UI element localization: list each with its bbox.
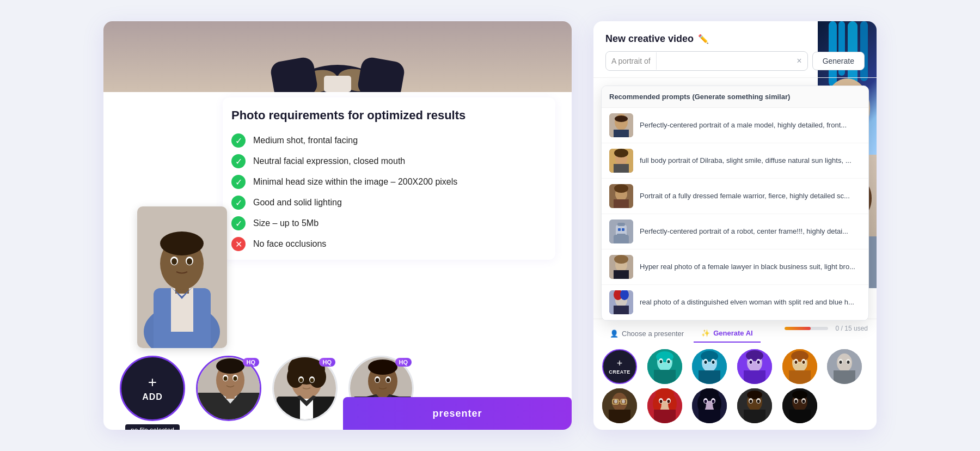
ai-avatar-1[interactable] bbox=[647, 349, 682, 384]
svg-point-40 bbox=[310, 378, 314, 382]
ai-avatar-10[interactable] bbox=[782, 388, 817, 423]
svg-rect-93 bbox=[622, 228, 624, 231]
edit-icon[interactable]: ✏️ bbox=[698, 34, 709, 44]
svg-point-178 bbox=[749, 400, 752, 403]
svg-rect-9 bbox=[171, 288, 193, 332]
svg-point-88 bbox=[614, 184, 628, 193]
requirements-card: Photo requirements for optimized results… bbox=[223, 97, 555, 260]
svg-point-127 bbox=[749, 361, 752, 364]
svg-rect-5 bbox=[324, 76, 351, 92]
svg-rect-157 bbox=[654, 410, 676, 423]
svg-point-171 bbox=[712, 400, 715, 403]
ai-avatar-6[interactable] bbox=[602, 388, 637, 423]
svg-rect-183 bbox=[789, 410, 811, 423]
dropdown-item-4[interactable]: Perfectly-centered portrait of a robot, … bbox=[602, 214, 868, 249]
progress-fill bbox=[785, 327, 811, 330]
svg-point-170 bbox=[705, 400, 707, 403]
svg-point-150 bbox=[614, 400, 617, 404]
right-panel: New creative video ✏️ A portrait of × Ge… bbox=[593, 21, 877, 430]
panel-title: New creative video ✏️ bbox=[605, 33, 865, 45]
dropdown-text-4: Perfectly-centered portrait of a robot, … bbox=[640, 227, 848, 236]
svg-point-23 bbox=[216, 358, 244, 374]
hq-badge-3: HQ bbox=[395, 358, 412, 367]
ai-avatar-9[interactable] bbox=[737, 388, 772, 423]
generate-button[interactable]: Generate bbox=[812, 52, 865, 70]
ai-avatar-3[interactable] bbox=[737, 349, 772, 384]
svg-point-160 bbox=[659, 400, 662, 403]
ai-avatar-2[interactable] bbox=[692, 349, 727, 384]
ai-avatar-8[interactable] bbox=[692, 388, 727, 423]
dropdown-item-5[interactable]: Hyper real photo of a female lawyer in b… bbox=[602, 249, 868, 285]
svg-point-156 bbox=[668, 395, 677, 412]
recommended-prompts-dropdown: Recommended prompts (Generate something … bbox=[601, 86, 869, 321]
svg-rect-79 bbox=[614, 130, 629, 137]
dropdown-item-3[interactable]: Portrait of a fully dressed female warri… bbox=[602, 179, 868, 214]
create-label: CREATE bbox=[609, 369, 630, 375]
usage-progress-bar bbox=[785, 327, 828, 330]
svg-rect-3 bbox=[270, 56, 319, 92]
svg-point-52 bbox=[387, 378, 390, 382]
svg-point-84 bbox=[614, 149, 628, 157]
svg-point-123 bbox=[746, 350, 763, 361]
panel-header: New creative video ✏️ A portrait of × Ge… bbox=[593, 21, 877, 78]
prompt-input-wrap: A portrait of × bbox=[605, 51, 808, 71]
prompt-input[interactable] bbox=[657, 52, 792, 70]
svg-point-48 bbox=[368, 359, 397, 375]
add-presenter-button[interactable]: + ADD bbox=[120, 356, 185, 421]
check-icon-5: ✓ bbox=[231, 216, 246, 230]
dropdown-thumb-5 bbox=[609, 255, 633, 279]
ai-avatars-grid: + CREATE bbox=[593, 343, 877, 430]
presenter-tabs: 👤 Choose a presenter ✨ Generate AI 0 / 1… bbox=[593, 319, 877, 343]
svg-rect-108 bbox=[654, 370, 676, 384]
person-icon: 👤 bbox=[610, 330, 618, 338]
svg-point-107 bbox=[656, 351, 673, 362]
svg-point-16 bbox=[187, 258, 192, 265]
cross-icon-6: ✕ bbox=[231, 237, 246, 251]
dropdown-item-1[interactable]: Perfectly-centered portrait of a male mo… bbox=[602, 108, 868, 143]
svg-point-80 bbox=[615, 115, 628, 122]
tab-generate-ai[interactable]: ✨ Generate AI bbox=[694, 325, 761, 343]
svg-point-187 bbox=[802, 400, 805, 403]
tab-choose-presenter[interactable]: 👤 Choose a presenter bbox=[602, 325, 691, 342]
stars-icon: ✨ bbox=[701, 329, 710, 337]
presenter-section: 👤 Choose a presenter ✨ Generate AI 0 / 1… bbox=[593, 319, 877, 430]
svg-point-112 bbox=[667, 360, 670, 363]
svg-point-119 bbox=[705, 361, 707, 364]
dropdown-item-6[interactable]: real photo of a distinguished elven woma… bbox=[602, 285, 868, 320]
svg-point-155 bbox=[653, 395, 661, 412]
svg-point-142 bbox=[840, 361, 842, 364]
svg-rect-4 bbox=[357, 56, 406, 92]
svg-point-151 bbox=[622, 400, 625, 404]
dropdown-thumb-2 bbox=[609, 149, 633, 173]
usage-count: 0 / 15 used bbox=[836, 325, 868, 332]
add-label: ADD bbox=[142, 392, 163, 402]
req-item-1: ✓ Medium shot, frontal facing bbox=[231, 133, 544, 148]
add-avatar-wrapper: + ADD no file selected bbox=[120, 356, 185, 421]
svg-rect-116 bbox=[699, 370, 720, 384]
presenter-overlay-bar: presenter bbox=[343, 397, 572, 430]
svg-point-179 bbox=[757, 400, 759, 403]
svg-point-51 bbox=[376, 378, 379, 382]
svg-rect-92 bbox=[618, 228, 621, 231]
svg-rect-83 bbox=[614, 164, 629, 173]
dropdown-thumb-4 bbox=[609, 220, 633, 243]
svg-rect-175 bbox=[744, 410, 765, 423]
sample-person-photo bbox=[137, 206, 227, 348]
ai-avatar-5[interactable] bbox=[827, 349, 862, 384]
svg-point-27 bbox=[234, 376, 237, 381]
ai-avatar-7[interactable] bbox=[647, 388, 682, 423]
svg-rect-167 bbox=[699, 410, 720, 423]
prompt-clear-button[interactable]: × bbox=[791, 52, 807, 70]
ai-avatar-4[interactable] bbox=[782, 349, 817, 384]
dropdown-item-2[interactable]: full body portrait of Dilraba, slight sm… bbox=[602, 143, 868, 179]
svg-point-135 bbox=[794, 361, 797, 364]
dropdown-thumb-1 bbox=[609, 113, 633, 137]
svg-point-182 bbox=[792, 391, 807, 399]
dropdown-thumb-3 bbox=[609, 184, 633, 208]
check-icon-2: ✓ bbox=[231, 154, 246, 168]
svg-rect-132 bbox=[789, 370, 811, 384]
svg-point-111 bbox=[659, 360, 662, 363]
avatar-wrapper-2[interactable]: HQ bbox=[272, 356, 338, 421]
avatar-wrapper-1[interactable]: HQ bbox=[196, 356, 261, 421]
create-avatar-button[interactable]: + CREATE bbox=[602, 349, 637, 384]
